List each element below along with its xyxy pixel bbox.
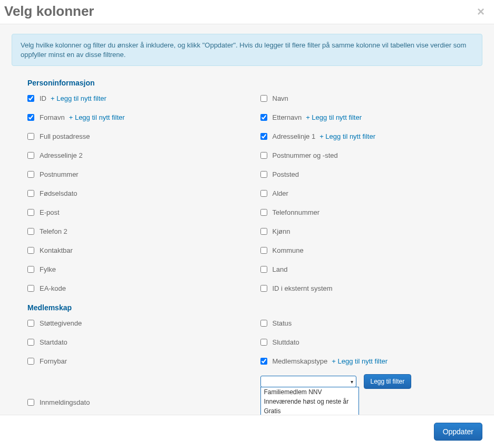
field-label-ea_kode: EA-kode bbox=[40, 284, 66, 292]
checkbox-kommune[interactable] bbox=[260, 247, 267, 254]
field-row-etternavn: Etternavn+ Legg til nytt filter bbox=[260, 111, 483, 123]
checkbox-fornybar[interactable] bbox=[27, 358, 34, 365]
checkbox-epost[interactable] bbox=[27, 209, 34, 216]
spacer bbox=[27, 374, 250, 389]
field-label-kommune: Kommune bbox=[273, 246, 304, 254]
dropdown-option[interactable]: Inneværende høst og neste år bbox=[261, 397, 359, 406]
checkbox-telefonnummer[interactable] bbox=[260, 209, 267, 216]
field-label-epost: E-post bbox=[40, 208, 60, 216]
field-row-kommune: Kommune bbox=[260, 244, 483, 256]
field-label-alder: Alder bbox=[273, 189, 288, 197]
field-label-postnummer: Postnummer bbox=[40, 170, 79, 178]
info-box: Velg hvilke kolonner og filter du ønsker… bbox=[12, 34, 482, 66]
checkbox-full_postadresse[interactable] bbox=[27, 133, 34, 140]
checkbox-medlemskapstype[interactable] bbox=[260, 358, 267, 365]
checkbox-id_eksternt[interactable] bbox=[260, 285, 267, 292]
field-row-telefonnummer: Telefonnummer bbox=[260, 206, 483, 218]
checkbox-sluttdato[interactable] bbox=[260, 339, 267, 346]
checkbox-fornavn[interactable] bbox=[27, 114, 34, 121]
field-row-id_eksternt: ID i eksternt system bbox=[260, 282, 483, 294]
checkbox-kjonn[interactable] bbox=[260, 228, 267, 235]
field-label-poststed: Poststed bbox=[273, 170, 299, 178]
field-row-postnummer: Postnummer bbox=[27, 168, 250, 180]
field-row-land: Land bbox=[260, 263, 483, 275]
field-row-id: ID+ Legg til nytt filter bbox=[27, 92, 250, 104]
field-label-startdato: Startdato bbox=[40, 338, 67, 346]
add-filter-link-medlemskapstype[interactable]: + Legg til nytt filter bbox=[332, 357, 388, 365]
close-icon[interactable]: × bbox=[475, 5, 487, 18]
checkbox-id[interactable] bbox=[27, 95, 34, 102]
field-row-medlemskapstype: Medlemskapstype+ Legg til nytt filter bbox=[260, 355, 483, 367]
field-row-poststed: Poststed bbox=[260, 168, 483, 180]
field-label-sluttdato: Sluttdato bbox=[273, 338, 299, 346]
field-row-status: Status bbox=[260, 317, 483, 329]
modal-title: Velg kolonner bbox=[4, 3, 94, 20]
field-row-sluttdato: Sluttdato bbox=[260, 336, 483, 348]
field-label-etternavn: Etternavn bbox=[273, 113, 302, 121]
field-label-stottegivende: Støttegivende bbox=[40, 319, 82, 327]
checkbox-status[interactable] bbox=[260, 320, 267, 327]
field-row-kjonn: Kjønn bbox=[260, 225, 483, 237]
checkbox-fylke[interactable] bbox=[27, 266, 34, 273]
checkbox-ea_kode[interactable] bbox=[27, 285, 34, 292]
filter-select-medlemskapstype[interactable] bbox=[260, 376, 356, 387]
add-filter-link-etternavn[interactable]: + Legg til nytt filter bbox=[306, 113, 362, 121]
checkbox-postnummer[interactable] bbox=[27, 171, 34, 178]
field-row-fodselsdato: Fødselsdato bbox=[27, 187, 250, 199]
checkbox-poststed[interactable] bbox=[260, 171, 267, 178]
dropdown-option[interactable]: Gratis bbox=[261, 406, 359, 415]
checkbox-adresselinje2[interactable] bbox=[27, 152, 34, 159]
field-label-fornavn: Fornavn bbox=[40, 113, 65, 121]
checkbox-adresselinje1[interactable] bbox=[260, 133, 267, 140]
modal-body[interactable]: Velg hvilke kolonner og filter du ønsker… bbox=[0, 24, 494, 415]
field-row-startdato: Startdato bbox=[27, 336, 250, 348]
field-label-id_eksternt: ID i eksternt system bbox=[273, 284, 333, 292]
checkbox-fodselsdato[interactable] bbox=[27, 190, 34, 197]
field-row-stottegivende: Støttegivende bbox=[27, 317, 250, 329]
field-label-kjonn: Kjønn bbox=[273, 227, 290, 235]
checkbox-postnummer_sted[interactable] bbox=[260, 152, 267, 159]
field-label-navn: Navn bbox=[273, 94, 288, 102]
add-filter-button[interactable]: Legg til filter bbox=[364, 374, 412, 389]
field-row-kontaktbar: Kontaktbar bbox=[27, 244, 250, 256]
modal-header: Velg kolonner × bbox=[0, 0, 494, 24]
field-row-alder: Alder bbox=[260, 187, 483, 199]
field-label-id: ID bbox=[40, 94, 46, 102]
field-row-navn: Navn bbox=[260, 92, 483, 104]
update-button[interactable]: Oppdater bbox=[434, 423, 482, 441]
add-filter-link-adresselinje1[interactable]: + Legg til nytt filter bbox=[319, 132, 375, 140]
field-row-adresselinje1: Adresselinje 1+ Legg til nytt filter bbox=[260, 130, 483, 142]
section-heading-medlemskap: Medlemskap bbox=[27, 303, 482, 312]
add-filter-link-fornavn[interactable]: + Legg til nytt filter bbox=[69, 113, 125, 121]
column-grid-person: ID+ Legg til nytt filterNavnFornavn+ Leg… bbox=[27, 92, 482, 294]
checkbox-startdato[interactable] bbox=[27, 339, 34, 346]
field-label-telefon2: Telefon 2 bbox=[40, 227, 67, 235]
field-label-telefonnummer: Telefonnummer bbox=[273, 208, 320, 216]
add-filter-link-id[interactable]: + Legg til nytt filter bbox=[51, 94, 106, 102]
field-label-medlemskapstype: Medlemskapstype bbox=[273, 357, 328, 365]
field-label-adresselinje2: Adresselinje 2 bbox=[40, 151, 83, 159]
checkbox-navn[interactable] bbox=[260, 95, 267, 102]
field-label-kontaktbar: Kontaktbar bbox=[40, 246, 73, 254]
checkbox-telefon2[interactable] bbox=[27, 228, 34, 235]
field-row-telefon2: Telefon 2 bbox=[27, 225, 250, 237]
field-row-fornybar: Fornybar bbox=[27, 355, 250, 367]
field-row-postnummer_sted: Postnummer og -sted bbox=[260, 149, 483, 161]
field-row-full_postadresse: Full postadresse bbox=[27, 130, 250, 142]
checkbox-alder[interactable] bbox=[260, 190, 267, 197]
dropdown-panel-medlemskapstype[interactable]: Familiemedlem NNVInneværende høst og nes… bbox=[260, 387, 359, 415]
field-row-epost: E-post bbox=[27, 206, 250, 218]
checkbox-kontaktbar[interactable] bbox=[27, 247, 34, 254]
field-label-innmeldingsdato: Innmeldingsdato bbox=[40, 398, 90, 406]
section-heading-person: Personinformasjon bbox=[27, 79, 482, 87]
checkbox-stottegivende[interactable] bbox=[27, 320, 34, 327]
field-label-fodselsdato: Fødselsdato bbox=[40, 189, 78, 197]
field-row-ea_kode: EA-kode bbox=[27, 282, 250, 294]
checkbox-innmeldingsdato[interactable] bbox=[27, 399, 34, 406]
field-label-status: Status bbox=[273, 319, 292, 327]
checkbox-etternavn[interactable] bbox=[260, 114, 267, 121]
dropdown-option[interactable]: Familiemedlem NNV bbox=[261, 387, 359, 397]
field-row-adresselinje2: Adresselinje 2 bbox=[27, 149, 250, 161]
field-label-full_postadresse: Full postadresse bbox=[40, 132, 90, 140]
checkbox-land[interactable] bbox=[260, 266, 267, 273]
